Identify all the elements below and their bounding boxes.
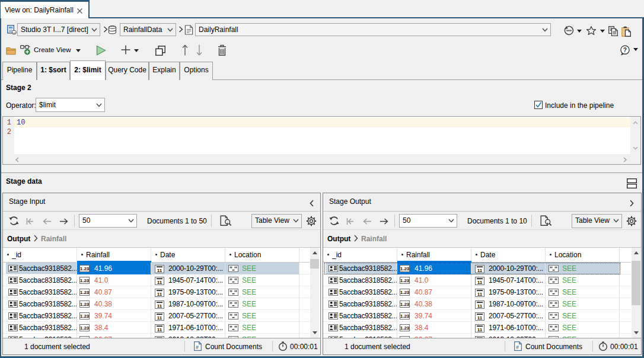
- svg-text:11: 11: [477, 303, 483, 309]
- svg-text:11: 11: [157, 327, 162, 333]
- svg-text:1.23: 1.23: [80, 325, 90, 331]
- svg-text:11: 11: [157, 292, 162, 297]
- svg-text:11: 11: [477, 280, 483, 285]
- svg-text:1.23: 1.23: [80, 278, 90, 283]
- svg-text:11: 11: [157, 303, 162, 309]
- svg-text:11: 11: [157, 315, 162, 321]
- svg-text:1.23: 1.23: [400, 290, 410, 295]
- svg-text:1.23: 1.23: [400, 278, 410, 283]
- svg-text:11: 11: [157, 268, 162, 273]
- svg-text:#: #: [196, 344, 199, 350]
- svg-text:11: 11: [477, 292, 483, 297]
- svg-text:?: ?: [623, 47, 627, 53]
- svg-text:1.23: 1.23: [80, 290, 90, 295]
- svg-text:1.23: 1.23: [80, 266, 90, 271]
- svg-text:1.23: 1.23: [80, 314, 90, 319]
- svg-text:#: #: [516, 344, 519, 350]
- svg-text:1.23: 1.23: [400, 325, 410, 331]
- svg-text:1.23: 1.23: [400, 302, 410, 307]
- svg-text:1.23: 1.23: [400, 314, 410, 319]
- svg-text:11: 11: [477, 327, 483, 333]
- svg-text:11: 11: [477, 315, 483, 321]
- svg-text:1.23: 1.23: [80, 302, 90, 307]
- svg-text:11: 11: [157, 280, 162, 285]
